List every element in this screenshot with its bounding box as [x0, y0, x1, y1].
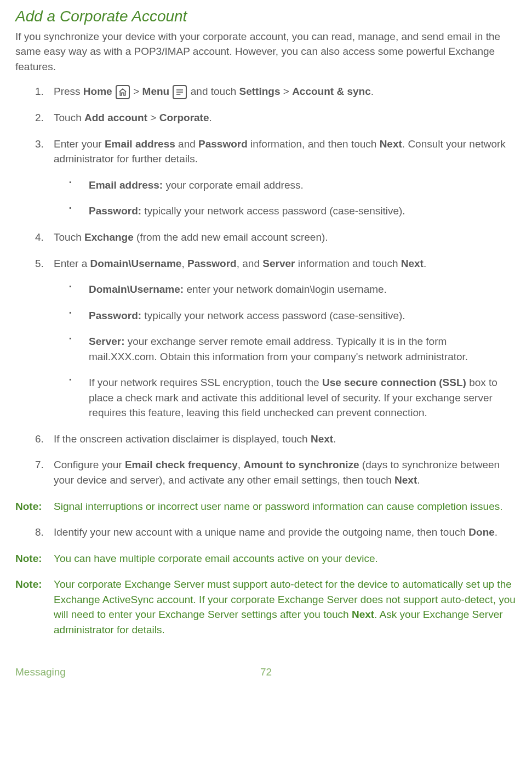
step-text: > — [147, 112, 159, 123]
step-text: , — [238, 459, 244, 470]
step-text: . — [209, 112, 212, 123]
page-title: Add a Corporate Account — [15, 5, 517, 28]
step-3: 3. Enter your Email address and Password… — [15, 137, 517, 219]
sub-item-email: Email address: your corporate email addr… — [54, 178, 517, 193]
step-number: 6. — [35, 431, 44, 447]
step-text: Enter a — [54, 258, 90, 269]
step-text: > — [130, 86, 142, 97]
step-text: , and — [237, 258, 263, 269]
step-text: information, and then touch — [248, 138, 380, 150]
bold-next: Next — [380, 138, 402, 150]
note-3: Note: Your corporate Exchange Server mus… — [15, 577, 517, 637]
sub-item-ssl: If your network requires SSL encryption,… — [54, 375, 517, 421]
note-label: Note: — [15, 499, 42, 514]
sub-item-domain: Domain\Username: enter your network doma… — [54, 282, 517, 297]
step-text: Identify your new account with a unique … — [54, 526, 468, 538]
step-text: information and touch — [295, 258, 401, 269]
step-number: 2. — [35, 110, 44, 126]
page-footer: Messaging 72 — [15, 665, 517, 680]
bold-amount-sync: Amount to synchronize — [243, 459, 359, 470]
step-text: . — [333, 433, 336, 445]
sub-item-password: Password: typically your network access … — [54, 203, 517, 219]
sub-bold: Password: — [89, 205, 141, 217]
bold-home: Home — [83, 86, 112, 97]
step-text: , — [181, 258, 187, 269]
step-4: 4. Touch Exchange (from the add new emai… — [15, 230, 517, 245]
note-text: Signal interruptions or incorrect user n… — [54, 501, 503, 512]
sub-item-server: Server: your exchange server remote emai… — [54, 334, 517, 364]
bold-next: Next — [401, 258, 424, 269]
bold-menu: Menu — [142, 86, 170, 97]
note-1: Note: Signal interruptions or incorrect … — [15, 499, 517, 514]
step-number: 1. — [35, 84, 44, 99]
step-number: 4. — [35, 230, 44, 245]
bold-settings: Settings — [239, 86, 281, 97]
bold-add-account: Add account — [84, 112, 147, 123]
step-6: 6. If the onscreen activation disclaimer… — [15, 431, 517, 447]
bold-corporate: Corporate — [159, 112, 209, 123]
step-text: . — [424, 258, 426, 269]
step-1: 1. Press Home > Menu and touch Settings … — [15, 84, 517, 99]
bold-server: Server — [262, 258, 295, 269]
step-text: Enter your — [54, 138, 105, 150]
bold-next: Next — [311, 433, 333, 445]
step-text: and — [175, 138, 198, 150]
home-icon — [116, 85, 130, 99]
sub-text: typically your network access password (… — [141, 310, 405, 321]
step-text: If the onscreen activation disclaimer is… — [54, 433, 311, 445]
bold-done: Done — [468, 526, 495, 538]
bold-email-freq: Email check frequency — [125, 459, 238, 470]
step-2: 2. Touch Add account > Corporate. — [15, 110, 517, 126]
menu-icon — [173, 85, 187, 99]
step-7: 7. Configure your Email check frequency,… — [15, 457, 517, 487]
bold-password: Password — [198, 138, 248, 150]
step-number: 5. — [35, 256, 44, 271]
step-text: Configure your — [54, 459, 125, 470]
step-text: . — [371, 86, 374, 97]
sub-text: your corporate email address. — [163, 179, 304, 191]
sub-bold: Email address: — [89, 179, 163, 191]
step-text: Touch — [54, 231, 84, 243]
step-number: 3. — [35, 137, 44, 152]
bold-exchange: Exchange — [84, 231, 134, 243]
step-text: (from the add new email account screen). — [134, 231, 328, 243]
step-text: Press — [54, 86, 83, 97]
bold-password: Password — [187, 258, 237, 269]
bold-account-sync: Account & sync — [292, 86, 371, 97]
sub-item-password: Password: typically your network access … — [54, 308, 517, 323]
note-text: You can have multiple corporate email ac… — [54, 553, 378, 564]
sub-bold: Server: — [89, 336, 125, 347]
bold-next: Next — [352, 609, 374, 620]
step-text: > — [280, 86, 292, 97]
note-label: Note: — [15, 577, 42, 592]
note-2: Note: You can have multiple corporate em… — [15, 551, 517, 566]
steps-list-continued: 8. Identify your new account with a uniq… — [15, 525, 517, 540]
sub-bold: Domain\Username: — [89, 283, 184, 295]
footer-section: Messaging — [15, 665, 66, 680]
sub-text: enter your network domain\login username… — [184, 283, 387, 295]
step-number: 8. — [35, 525, 44, 540]
sub-text: typically your network access password (… — [141, 205, 405, 217]
intro-paragraph: If you synchronize your device with your… — [15, 29, 517, 75]
footer-page-number: 72 — [260, 665, 272, 680]
bold-email-address: Email address — [105, 138, 175, 150]
sub-bold: Password: — [89, 310, 141, 321]
bold-next: Next — [394, 474, 417, 486]
note-label: Note: — [15, 551, 42, 566]
step-5: 5. Enter a Domain\Username, Password, an… — [15, 256, 517, 421]
step-text: . — [417, 474, 420, 486]
sub-text: your exchange server remote email addres… — [89, 336, 468, 362]
bold-ssl: Use secure connection (SSL) — [322, 377, 466, 388]
bold-domain-user: Domain\Username — [90, 258, 182, 269]
step-text: Touch — [54, 112, 84, 123]
sub-list: Domain\Username: enter your network doma… — [54, 282, 517, 421]
sub-text: If your network requires SSL encryption,… — [89, 377, 322, 388]
step-text: and touch — [187, 86, 239, 97]
sub-list: Email address: your corporate email addr… — [54, 178, 517, 219]
step-text: . — [495, 526, 497, 538]
step-number: 7. — [35, 457, 44, 473]
step-8: 8. Identify your new account with a uniq… — [15, 525, 517, 540]
steps-list: 1. Press Home > Menu and touch Settings … — [15, 84, 517, 487]
